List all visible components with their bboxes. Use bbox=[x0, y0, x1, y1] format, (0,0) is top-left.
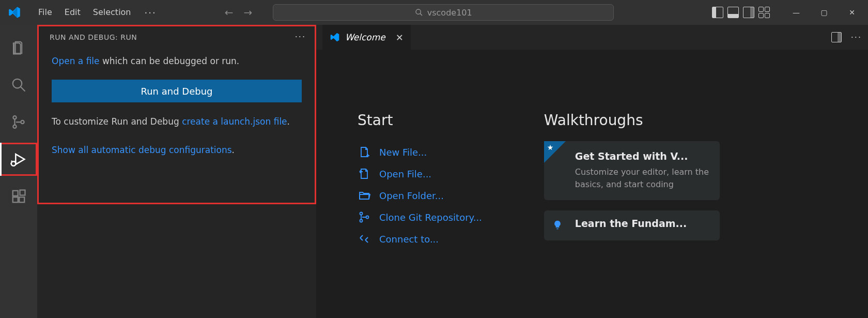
activity-source-control-icon[interactable] bbox=[0, 105, 37, 139]
sidebar-title: RUN AND DEBUG: RUN bbox=[50, 33, 137, 41]
toggle-secondary-sidebar-icon[interactable] bbox=[743, 7, 754, 18]
svg-point-5 bbox=[13, 125, 16, 128]
editor-tabs: Welcome ✕ ··· bbox=[316, 25, 868, 50]
open-file-hint: Open a file which can be debugged or run… bbox=[52, 54, 302, 68]
star-icon: ★ bbox=[547, 143, 554, 152]
svg-point-2 bbox=[13, 79, 22, 88]
start-item-label: Connect to... bbox=[379, 234, 439, 245]
start-item-label: Open Folder... bbox=[379, 190, 444, 201]
welcome-page: Start New File... Open File... Open Fold… bbox=[316, 50, 868, 318]
remote-icon bbox=[358, 232, 371, 246]
start-item-label: Open File... bbox=[379, 169, 431, 179]
run-debug-sidebar: RUN AND DEBUG: RUN ··· Open a file which… bbox=[37, 25, 316, 318]
create-launch-json-link[interactable]: create a launch.json file bbox=[182, 116, 287, 127]
activity-search-icon[interactable] bbox=[0, 68, 37, 101]
git-icon bbox=[358, 210, 371, 224]
activity-run-debug-icon[interactable] bbox=[0, 143, 37, 176]
svg-point-6 bbox=[21, 120, 24, 124]
search-icon bbox=[415, 8, 423, 17]
menu-edit[interactable]: Edit bbox=[59, 4, 86, 21]
open-file-link[interactable]: Open a file bbox=[52, 56, 100, 66]
svg-point-18 bbox=[360, 213, 363, 215]
toggle-primary-sidebar-icon[interactable] bbox=[712, 7, 723, 18]
customize-layout-icon[interactable] bbox=[758, 7, 770, 18]
walkthrough-desc: Customize your editor, learn the basics,… bbox=[575, 166, 709, 191]
svg-point-0 bbox=[416, 9, 421, 14]
svg-point-7 bbox=[11, 161, 16, 166]
walkthrough-fundamentals[interactable]: Learn the Fundam... bbox=[544, 210, 720, 240]
start-open-folder[interactable]: Open Folder... bbox=[358, 185, 482, 206]
start-section: Start New File... Open File... Open Fold… bbox=[358, 112, 482, 297]
svg-rect-12 bbox=[13, 191, 18, 196]
start-new-file[interactable]: New File... bbox=[358, 141, 482, 163]
walkthrough-get-started[interactable]: ★ Get Started with V... Customize your e… bbox=[544, 141, 720, 200]
walkthrough-title: Get Started with V... bbox=[575, 150, 709, 162]
folder-icon bbox=[358, 189, 371, 202]
command-center[interactable]: vscode101 bbox=[273, 4, 614, 21]
vscode-icon bbox=[330, 32, 340, 42]
start-clone-repo[interactable]: Clone Git Repository... bbox=[358, 206, 482, 228]
nav-forward-icon[interactable]: → bbox=[243, 6, 252, 19]
editor-area: Welcome ✕ ··· Start New File... Open bbox=[316, 25, 868, 318]
activity-bar bbox=[0, 25, 37, 318]
svg-line-3 bbox=[21, 87, 25, 92]
menu-selection[interactable]: Selection bbox=[88, 4, 136, 21]
activity-extensions-icon[interactable] bbox=[0, 180, 37, 213]
activity-explorer-icon[interactable] bbox=[0, 31, 37, 64]
svg-line-10 bbox=[11, 161, 12, 161]
svg-point-19 bbox=[360, 220, 363, 222]
customize-hint: To customize Run and Debug create a laun… bbox=[52, 115, 302, 129]
svg-line-1 bbox=[420, 13, 422, 16]
search-placeholder: vscode101 bbox=[427, 8, 472, 18]
start-heading: Start bbox=[358, 112, 482, 129]
menu-file[interactable]: File bbox=[33, 4, 57, 21]
tab-label: Welcome bbox=[345, 32, 385, 42]
menu-bar: File Edit Selection ··· bbox=[33, 4, 163, 21]
start-connect-to[interactable]: Connect to... bbox=[358, 228, 482, 250]
start-open-file[interactable]: Open File... bbox=[358, 163, 482, 185]
svg-point-4 bbox=[13, 116, 16, 119]
vscode-logo-icon bbox=[4, 6, 25, 19]
lightbulb-icon bbox=[552, 220, 563, 230]
tab-close-icon[interactable]: ✕ bbox=[396, 32, 404, 43]
menu-more-icon[interactable]: ··· bbox=[138, 4, 163, 21]
walkthroughs-section: Walkthroughs ★ Get Started with V... Cus… bbox=[544, 112, 720, 297]
svg-rect-13 bbox=[13, 197, 18, 202]
window-maximize-icon[interactable]: ▢ bbox=[816, 8, 832, 17]
show-all-configs-link[interactable]: Show all automatic debug configurations bbox=[52, 145, 232, 155]
svg-rect-14 bbox=[19, 197, 24, 202]
window-close-icon[interactable]: ✕ bbox=[844, 8, 860, 17]
show-configs-line: Show all automatic debug configurations. bbox=[52, 143, 302, 157]
svg-line-11 bbox=[15, 161, 16, 161]
tab-welcome[interactable]: Welcome ✕ bbox=[322, 25, 411, 50]
editor-more-icon[interactable]: ··· bbox=[851, 33, 862, 42]
svg-point-20 bbox=[366, 216, 369, 219]
start-item-label: Clone Git Repository... bbox=[379, 212, 482, 223]
nav-back-icon[interactable]: ← bbox=[225, 6, 234, 19]
new-file-icon bbox=[358, 145, 371, 159]
start-item-label: New File... bbox=[379, 147, 427, 158]
open-file-icon bbox=[358, 167, 371, 180]
svg-rect-15 bbox=[20, 190, 25, 195]
title-bar: File Edit Selection ··· ← → vscode101 — … bbox=[0, 0, 868, 25]
run-and-debug-button[interactable]: Run and Debug bbox=[52, 80, 302, 102]
split-editor-icon[interactable] bbox=[831, 32, 842, 42]
sidebar-more-icon[interactable]: ··· bbox=[295, 32, 306, 42]
window-minimize-icon[interactable]: — bbox=[788, 8, 804, 17]
walkthrough-title: Learn the Fundam... bbox=[575, 218, 709, 229]
toggle-panel-icon[interactable] bbox=[727, 7, 739, 18]
walkthroughs-heading: Walkthroughs bbox=[544, 112, 720, 129]
